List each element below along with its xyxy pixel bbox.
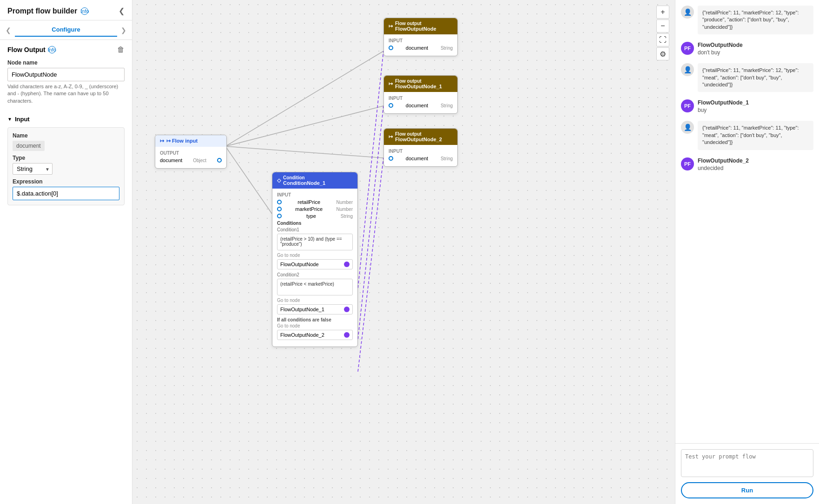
fit-button[interactable]: ⛶ [656, 33, 669, 46]
avatar-bot-3: PF [681, 157, 694, 170]
flow-input-icon: ↦ [160, 138, 164, 144]
flow-output-node-3[interactable]: ↦ Flow output FlowOutputNode_2 Input doc… [383, 128, 458, 167]
condition-retail-type: Number [336, 200, 353, 205]
chat-entry-3: 👤 {"retailPrice": 11, "marketPrice": 11,… [681, 121, 813, 150]
condition-node[interactable]: ◇ Condition ConditionNode_1 Input retail… [272, 172, 358, 347]
condition2-expression: (retailPrice < marketPrice) [277, 279, 353, 295]
name-label: Name [13, 132, 119, 139]
bot-message-3: FlowOutputNode_2 undecided [698, 157, 749, 171]
zoom-out-button[interactable]: − [656, 20, 669, 33]
flow-output-3-name: FlowOutputNode_2 [395, 137, 442, 142]
condition-retail-row: retailPrice Number [277, 199, 353, 205]
flow-output-2-dot [389, 103, 393, 108]
chat-row-bot-1: PF FlowOutputNode don't buy [681, 42, 813, 56]
flow-input-node[interactable]: ↦ ↦ Flow input Output document Object [155, 135, 227, 169]
chat-row-bot-3: PF FlowOutputNode_2 undecided [681, 157, 813, 171]
condition2-goto-label: Go to node [277, 298, 353, 303]
flow-output-info-badge[interactable]: Info [48, 46, 56, 53]
bot-message-1: FlowOutputNode don't buy [698, 42, 743, 56]
run-button[interactable]: Run [681, 482, 813, 498]
chat-entry-2: 👤 {"retailPrice": 11, "marketPrice": 12,… [681, 63, 813, 92]
panel-header: Prompt flow builder Info ❮ [0, 0, 132, 20]
flow-input-output-label: Output [160, 151, 222, 156]
flow-output-1-icon: ↦ [389, 23, 393, 29]
zoom-in-button[interactable]: + [656, 6, 669, 19]
chat-row-bot-2: PF FlowOutputNode_1 buy [681, 99, 813, 113]
svg-line-6 [358, 158, 383, 372]
chat-entry-bot-2: PF FlowOutputNode_1 buy [681, 99, 813, 113]
condition1-goto-dot [344, 262, 350, 267]
chat-entry-1: 👤 {"retailPrice": 11, "marketPrice": 12,… [681, 6, 813, 34]
input-collapsible-header[interactable]: ▼ Input [7, 116, 125, 123]
flow-output-2-row: document String [389, 103, 453, 108]
condition1-goto-value: FlowOutputNode [280, 262, 319, 267]
avatar-user-3: 👤 [681, 121, 694, 134]
expression-field-row: Expression [13, 178, 119, 200]
svg-line-1 [225, 106, 383, 146]
input-section: ▼ Input Name document Type String Number… [0, 116, 132, 211]
condition-node-header: ◇ Condition ConditionNode_1 [272, 172, 357, 189]
right-panel: 👤 {"retailPrice": 11, "marketPrice": 12,… [675, 0, 819, 504]
settings-button[interactable]: ⚙ [656, 47, 669, 60]
chat-row-user-1: 👤 {"retailPrice": 11, "marketPrice": 12,… [681, 6, 813, 34]
type-select[interactable]: String Number Boolean Object Array [13, 163, 53, 175]
flow-output-1-header-label: Flow output [395, 21, 436, 26]
header-info-badge[interactable]: Info [81, 7, 88, 15]
bot-1-value: don't buy [698, 49, 743, 56]
nav-tabs: ❮ Configure ❯ [0, 20, 132, 40]
condition-header-label: Condition [283, 175, 325, 180]
tab-configure[interactable]: Configure [15, 23, 117, 37]
flow-output-1-row-name: document [406, 45, 428, 51]
node-name-input[interactable] [7, 68, 125, 81]
false-goto-box: FlowOutputNode_2 [277, 330, 353, 340]
name-field-row: Name document [13, 132, 119, 151]
delete-button[interactable]: 🗑 [117, 46, 125, 54]
flow-output-node-1[interactable]: ↦ Flow output FlowOutputNode Input docum… [383, 18, 458, 56]
condition-market-dot [277, 207, 282, 211]
flow-input-output-dot [217, 158, 222, 163]
flow-output-2-name: FlowOutputNode_1 [395, 84, 442, 89]
condition2-goto-box: FlowOutputNode_1 [277, 304, 353, 314]
condition-market-name: marketPrice [295, 206, 323, 212]
panel-title: Prompt flow builder [7, 7, 77, 15]
flow-output-2-icon: ↦ [389, 81, 393, 87]
expression-input[interactable] [13, 187, 119, 200]
type-label: Type [13, 155, 119, 161]
false-goto-dot [344, 332, 350, 338]
false-goto-label: Go to node [277, 323, 353, 328]
condition-retail-name: retailPrice [297, 199, 320, 205]
flow-output-header: Flow Output Info 🗑 [7, 46, 125, 54]
expression-label: Expression [13, 178, 119, 185]
flow-input-row-name: document [160, 157, 182, 163]
avatar-user-2: 👤 [681, 63, 694, 76]
type-field-row: Type String Number Boolean Object Array … [13, 155, 119, 175]
collapse-button[interactable]: ❮ [119, 7, 125, 15]
condition-node-body: Input retailPrice Number marketPrice Num… [272, 189, 357, 347]
avatar-bot-2: PF [681, 99, 694, 112]
flow-output-3-icon: ↦ [389, 134, 393, 140]
input-field-group: Name document Type String Number Boolean… [7, 127, 125, 205]
flow-output-2-row-name: document [406, 103, 428, 108]
flow-output-2-header-label: Flow output [395, 79, 442, 84]
flow-output-2-body: Input document String [384, 92, 457, 113]
flow-input-row-type: Object [193, 158, 206, 163]
conditions-section-label: Conditions [277, 221, 353, 226]
condition2-goto-dot [344, 307, 350, 312]
flow-input-node-header: ↦ ↦ Flow input [155, 135, 226, 147]
canvas-area: ↦ ↦ Flow input Output document Object ↦ … [132, 0, 675, 504]
flow-output-3-dot [389, 156, 393, 161]
condition1-goto-box: FlowOutputNode [277, 259, 353, 269]
flow-output-node-2[interactable]: ↦ Flow output FlowOutputNode_1 Input doc… [383, 75, 458, 114]
nav-forward-button[interactable]: ❯ [119, 25, 128, 36]
chat-input[interactable] [681, 449, 813, 477]
flow-output-node-2-header: ↦ Flow output FlowOutputNode_1 [384, 76, 457, 92]
nav-back-button[interactable]: ❮ [4, 25, 13, 36]
flow-input-title: ↦ Flow input [166, 138, 198, 144]
bot-2-node-name: FlowOutputNode_1 [698, 99, 749, 106]
condition1-label: Condition1 [277, 227, 353, 232]
condition-input-label: Input [277, 192, 353, 197]
flow-output-node-3-header: ↦ Flow output FlowOutputNode_2 [384, 129, 457, 145]
chat-row-user-3: 👤 {"retailPrice": 11, "marketPrice": 11,… [681, 121, 813, 150]
chat-entry-bot-1: PF FlowOutputNode don't buy [681, 42, 813, 56]
flow-output-node-1-header: ↦ Flow output FlowOutputNode [384, 18, 457, 34]
